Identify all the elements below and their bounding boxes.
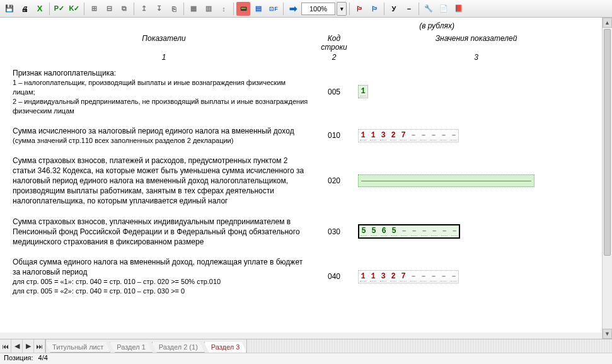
nav-prev-icon[interactable]: ◀ (11, 339, 23, 353)
nav-first-icon[interactable]: ⏮ (0, 339, 11, 353)
tab-section-3[interactable]: Раздел 3 (204, 342, 247, 353)
calc-icon[interactable]: 📟 (236, 2, 250, 16)
status-position-value: 4/4 (38, 354, 48, 363)
row-030-desc: Сумма страховых взносов, уплаченных инди… (13, 217, 315, 247)
digit: – (411, 227, 417, 236)
row-020: Сумма страховых взносов, платежей и расх… (13, 156, 599, 207)
colnum-3: 3 (353, 53, 599, 62)
row-020-code: 020 (315, 176, 353, 185)
currency-note: (в рублях) (13, 21, 599, 30)
row-040-sub2: для стр. 005 = «2»: стр. 040 = стр. 010 … (13, 287, 309, 296)
tab-section-2-1[interactable]: Раздел 2 (1) (152, 342, 205, 353)
row-030-field[interactable]: 5 5 6 5 – – – – – – (358, 224, 460, 239)
bold-icon[interactable]: У (387, 2, 401, 16)
row-040-sub1: для стр. 005 = «1»: стр. 040 = стр. 010 … (13, 277, 309, 287)
insert-icon[interactable]: ⎘ (167, 2, 181, 16)
sheet-tab-bar: ⏮ ◀ ▶ ⏭ Титульный лист Раздел 1 Раздел 2… (0, 339, 612, 353)
move-down-icon[interactable]: ↧ (152, 2, 166, 16)
del-row-icon[interactable]: ⊟ (102, 2, 116, 16)
row-040-title: Общая сумма единого налога на вмененный … (13, 257, 309, 277)
row-005-line2: 2 – индивидуальный предприниматель, не п… (13, 97, 309, 116)
separator (349, 3, 350, 15)
digit: 6 (381, 227, 387, 236)
flag-blue-icon[interactable]: 🏳 (367, 2, 381, 16)
digit: – (441, 272, 447, 282)
tools-icon[interactable]: 🔧 (422, 2, 436, 16)
digit: 1 (360, 272, 366, 282)
add-row-icon[interactable]: ⊞ (87, 2, 101, 16)
header-indicators: Показатели (13, 34, 315, 52)
digit: – (451, 227, 458, 236)
print-icon[interactable]: 🖨 (18, 2, 32, 16)
row-010-field[interactable]: 1 1 3 2 7 – – – – – (358, 129, 459, 142)
status-bar: Позиция: 4/4 (0, 353, 612, 364)
nav-next-icon[interactable]: ▶ (23, 339, 34, 353)
zoom-dropdown-icon[interactable]: ▾ (337, 2, 347, 16)
row-005-title: Признак налогоплательщика: (13, 68, 309, 78)
digit: 2 (390, 131, 396, 140)
digit: 1 (360, 87, 366, 96)
note-icon[interactable]: 📄 (437, 2, 451, 16)
separator (49, 3, 50, 15)
separator (84, 3, 84, 15)
digit: – (430, 272, 437, 282)
digit: 1 (370, 272, 376, 282)
recalc-p-icon[interactable]: P✓ (52, 2, 66, 16)
row-005-line1: 1 – налогоплательщик, производящий выпла… (13, 78, 309, 97)
dash-icon[interactable]: − (402, 2, 416, 16)
digit: 3 (380, 272, 386, 282)
digit: 7 (400, 131, 407, 140)
separator (419, 3, 419, 15)
copy-row-icon[interactable]: ⧉ (117, 2, 131, 16)
go-icon[interactable]: ➡ (286, 2, 300, 16)
fit-icon[interactable]: ⊡F (267, 2, 280, 16)
row-020-title: Сумма страховых взносов, платежей и расх… (13, 156, 309, 207)
digit: – (431, 227, 437, 236)
vertical-scrollbar[interactable]: ▲ ▼ (602, 18, 612, 339)
flag-red-icon[interactable]: 🏳 (352, 2, 366, 16)
digit: 5 (361, 227, 367, 236)
row-040: Общая сумма единого налога на вмененный … (13, 257, 599, 296)
column-header-row: Показатели Код строки Значения показател… (13, 34, 599, 52)
digit: – (420, 272, 427, 282)
separator (134, 3, 134, 15)
recalc-k-icon[interactable]: K✓ (67, 2, 81, 16)
digit: – (410, 272, 417, 282)
nav-last-icon[interactable]: ⏭ (34, 339, 45, 353)
separator (183, 3, 184, 15)
row-010-code: 010 (315, 131, 353, 140)
row-030-code: 030 (315, 227, 353, 236)
move-up-icon[interactable]: ↥ (137, 2, 151, 16)
scroll-up-icon[interactable]: ▲ (603, 18, 612, 28)
row-030: Сумма страховых взносов, уплаченных инди… (13, 217, 599, 247)
digit: – (441, 227, 447, 236)
tab-section-1[interactable]: Раздел 1 (110, 342, 153, 353)
digit: – (430, 131, 437, 140)
header-values: Значения показателей (353, 34, 599, 52)
excel-export-icon[interactable]: X (33, 2, 47, 16)
scroll-down-icon[interactable]: ▼ (603, 329, 612, 339)
row-010-desc: Сумма исчисленного за налоговый период е… (13, 126, 315, 145)
group-icon[interactable]: ▦ (187, 2, 200, 16)
tab-title-page[interactable]: Титульный лист (45, 342, 110, 353)
digit: 1 (360, 131, 366, 140)
digit: – (451, 272, 457, 282)
row-030-title: Сумма страховых взносов, уплаченных инди… (13, 217, 309, 247)
row-010: Сумма исчисленного за налоговый период е… (13, 126, 599, 145)
row-020-field[interactable] (358, 174, 534, 187)
header-code: Код строки (315, 34, 353, 52)
zoom-input[interactable]: 100% (301, 3, 335, 15)
help-icon[interactable]: 📕 (452, 2, 466, 16)
grid-icon[interactable]: ▤ (251, 2, 265, 16)
digit: – (401, 227, 407, 236)
digit: – (441, 131, 447, 140)
digit: 2 (390, 272, 396, 282)
row-040-field[interactable]: 1 1 3 2 7 – – – – – (358, 270, 459, 283)
row-005-field[interactable]: 1 (358, 85, 368, 98)
sort-icon[interactable]: ↕ (217, 2, 231, 16)
scroll-thumb[interactable] (604, 29, 611, 256)
ungroup-icon[interactable]: ▥ (202, 2, 216, 16)
status-position-label: Позиция: (4, 354, 33, 363)
save-icon[interactable]: 💾 (3, 2, 16, 16)
separator (384, 3, 384, 15)
